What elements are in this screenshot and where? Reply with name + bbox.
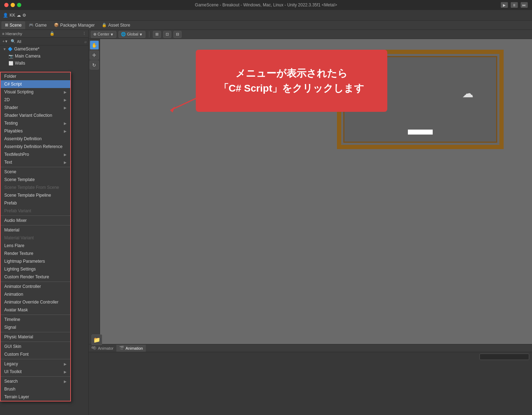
maincamera-label: Main Camera [15,54,40,59]
move-tool-button[interactable]: ✛ [90,50,99,60]
step-button[interactable]: ⏭ [521,2,528,8]
menu-item-custom-font[interactable]: Custom Font [1,350,70,358]
menu-item-prefab[interactable]: Prefab [1,199,70,207]
hierarchy-lock-icon[interactable]: 🔒 [50,31,55,36]
window-controls[interactable] [4,3,21,7]
menu-item-gui-skin[interactable]: GUI Skin [1,343,70,350]
menu-item-text[interactable]: Text ▶ [1,158,70,166]
menu-item-scene-template[interactable]: Scene Template [1,176,70,184]
menu-item-animator-override[interactable]: Animator Override Controller [1,298,70,306]
bottom-tab-bar: ⬡ Animator 🎬 Animation [89,344,532,352]
package-tab-icon: 📦 [54,23,59,27]
menu-item-csharp-script[interactable]: C# Script [1,80,70,88]
scene-tool-strip: ✋ ✛ ↻ [89,39,100,344]
menu-item-avatar-mask[interactable]: Avatar Mask [1,306,70,314]
tab-scene[interactable]: ⊞ Scene [1,21,25,29]
menu-item-material[interactable]: Material [1,226,70,234]
menu-item-shader-variant[interactable]: Shader Variant Collection [1,111,70,119]
menu-item-brush[interactable]: Brush [1,385,70,393]
menu-item-assembly-def-ref[interactable]: Assembly Definition Reference [1,143,70,151]
global-button[interactable]: 🌐 Global ▼ [118,31,145,38]
maximize-button[interactable] [17,3,21,7]
minimize-button[interactable] [11,3,15,7]
arrow-icon-2d: ▶ [64,98,67,102]
hierarchy-item-walls[interactable]: ⬜ Walls [0,60,88,67]
menu-item-custom-render-texture[interactable]: Custom Render Texture [1,273,70,281]
arrow-icon-text: ▶ [64,160,67,164]
close-button[interactable] [4,3,9,7]
menu-item-visual-scripting[interactable]: Visual Scripting ▶ [1,88,70,96]
menu-item-animation[interactable]: Animation [1,290,70,298]
folder-icon-item[interactable]: 📁 [92,334,102,345]
arrow-icon-search: ▶ [64,379,67,383]
search-icon[interactable]: ⌕ [84,39,87,44]
filter-icon[interactable]: 🔍 [11,39,16,44]
hierarchy-item-gamescene[interactable]: ▼ 🔷 GameScene* [0,45,88,53]
menu-item-assembly-def[interactable]: Assembly Definition [1,135,70,143]
menu-item-playables[interactable]: Playables ▶ [1,127,70,135]
center-button[interactable]: ⊕ Center ▼ [91,31,116,38]
tab-animation[interactable]: 🎬 Animation [116,345,146,352]
menu-item-legacy[interactable]: Legacy ▶ [1,360,70,368]
menu-item-ui-toolkit[interactable]: UI Toolkit ▶ [1,368,70,376]
more-button[interactable]: ⊟ [173,31,182,38]
tab-asset-store[interactable]: 🔒 Asset Store [98,21,134,29]
account-area[interactable]: 👤 KK ☁ ⚙ [3,13,26,18]
menu-item-signal[interactable]: Signal [1,323,70,331]
timeline-label: Timeline [4,317,20,322]
menu-item-textmeshpro[interactable]: TextMeshPro ▶ [1,151,70,158]
project-search-input[interactable] [480,354,529,360]
menu-item-render-texture[interactable]: Render Texture [1,250,70,257]
menu-item-scene[interactable]: Scene [1,168,70,176]
menu-item-timeline[interactable]: Timeline [1,316,70,323]
brush-label: Brush [4,387,15,392]
hierarchy-item-maincamera[interactable]: 📷 Main Camera [0,53,88,60]
menu-item-scene-template-from-scene: Scene Template From Scene [1,184,70,191]
menu-item-physic-material[interactable]: Physic Material [1,333,70,341]
settings-icon[interactable]: ⚙ [22,13,26,18]
search-label: Search [4,379,18,384]
menu-item-audio-mixer[interactable]: Audio Mixer [1,217,70,224]
rotate-tool-button[interactable]: ↻ [90,60,99,70]
tab-scene-label: Scene [10,23,22,28]
context-menu: Folder C# Script Visual Scripting ▶ 2D ▶… [0,72,71,402]
tab-package-manager[interactable]: 📦 Package Manager [50,21,98,29]
grid-button[interactable]: ⊞ [153,31,161,38]
scene-tab-icon: ⊞ [5,23,8,27]
gamescene-label: GameScene* [14,47,39,51]
menu-item-folder[interactable]: Folder [1,72,70,80]
playback-controls[interactable]: ▶ ⏸ ⏭ [501,2,528,8]
menu-item-scene-template-pipeline[interactable]: Scene Template Pipeline [1,191,70,199]
menu-item-animator-controller[interactable]: Animator Controller [1,283,70,290]
menu-item-search[interactable]: Search ▶ [1,377,70,385]
hierarchy-more-icon[interactable]: ⋮ [82,31,86,36]
snap-button[interactable]: ⊡ [163,31,171,38]
global-arrow: ▼ [139,32,143,37]
separator-7 [1,342,70,342]
menu-item-testing[interactable]: Testing ▶ [1,119,70,127]
separator-5 [1,315,70,315]
signal-label: Signal [4,325,16,330]
lens-flare-label: Lens Flare [4,243,24,248]
menu-item-terrain-layer[interactable]: Terrain Layer [1,393,70,401]
menu-item-lighting-settings[interactable]: Lighting Settings [1,265,70,273]
lighting-settings-label: Lighting Settings [4,267,36,272]
play-button[interactable]: ▶ [501,2,508,8]
separator [149,31,149,38]
assembly-def-label: Assembly Definition [4,136,41,141]
terrain-layer-label: Terrain Layer [4,394,29,399]
menu-item-lightmap-params[interactable]: Lightmap Parameters [1,257,70,265]
animation-label: Animation [4,292,23,297]
menu-item-2d[interactable]: 2D ▶ [1,96,70,104]
tab-game[interactable]: 🎮 Game [25,21,50,29]
shader-variant-label: Shader Variant Collection [4,113,52,118]
hand-tool-button[interactable]: ✋ [90,40,99,50]
scene-template-pipeline-label: Scene Template Pipeline [4,193,51,198]
audio-mixer-label: Audio Mixer [4,218,27,223]
hierarchy-header: ≡ Hierarchy 🔒 ⋮ [0,30,88,38]
add-button[interactable]: +▼ [1,39,9,44]
menu-item-lens-flare[interactable]: Lens Flare [1,242,70,250]
menu-item-shader[interactable]: Shader ▶ [1,104,70,111]
shader-label: Shader [4,105,18,110]
pause-button[interactable]: ⏸ [511,2,518,8]
